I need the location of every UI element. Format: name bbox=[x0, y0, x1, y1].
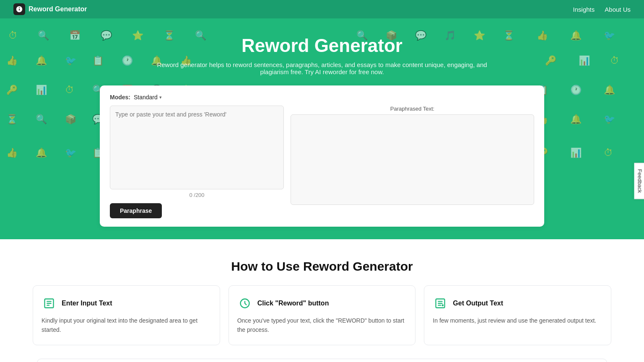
how-card-2: Get Output Text In few moments, just rev… bbox=[424, 285, 611, 345]
logo[interactable]: Reword Generator bbox=[13, 3, 87, 15]
click-button-icon bbox=[237, 296, 252, 311]
how-card-0-text: Kindly input your original text into the… bbox=[42, 316, 211, 335]
intro-card: Introduction to the Reword Generator The… bbox=[37, 359, 607, 362]
enter-text-icon bbox=[42, 296, 57, 311]
how-cards: Enter Input Text Kindly input your origi… bbox=[33, 285, 611, 345]
hero-content: Reword Generator Reword generator helps … bbox=[8, 35, 636, 227]
input-panel: 0 /200 Paraphrase bbox=[110, 106, 284, 218]
hero-section: ⏱ 🔍 📅 💬 ⭐ ⏳ 🔍 🔍 📦 💬 🎵 ⭐ ⏳ 👍 🔔 🐦 👍 🔔 🐦 📋 … bbox=[0, 18, 644, 239]
logo-icon bbox=[13, 3, 25, 15]
text-input[interactable] bbox=[110, 106, 284, 189]
mode-value: Standard bbox=[134, 94, 158, 101]
char-current: 0 bbox=[189, 192, 192, 198]
how-card-0: Enter Input Text Kindly input your origi… bbox=[33, 285, 220, 345]
output-text-icon bbox=[433, 296, 448, 311]
char-max: /200 bbox=[194, 192, 204, 198]
feedback-tab[interactable]: Feedback bbox=[634, 163, 644, 199]
how-card-0-title: Enter Input Text bbox=[62, 300, 112, 307]
nav-links: Insights About Us bbox=[573, 6, 631, 13]
how-title: How to Use Reword Generator bbox=[17, 259, 627, 274]
svg-point-6 bbox=[442, 304, 444, 306]
modes-row: Modes: Standard ▾ bbox=[110, 94, 534, 101]
tool-panels: 0 /200 Paraphrase Paraphrased Text: bbox=[110, 106, 534, 218]
how-card-1-text: Once you've typed your text, click the "… bbox=[237, 316, 407, 335]
modes-label: Modes: bbox=[110, 94, 130, 101]
how-card-1: Click "Reword" button Once you've typed … bbox=[229, 285, 416, 345]
how-to-use-section: How to Use Reword Generator Enter Input … bbox=[0, 239, 644, 359]
intro-section: Introduction to the Reword Generator The… bbox=[20, 359, 624, 362]
nav-insights[interactable]: Insights bbox=[573, 6, 595, 13]
mode-dropdown[interactable]: Standard ▾ bbox=[134, 94, 162, 101]
how-card-2-text: In few moments, just review and use the … bbox=[433, 316, 602, 325]
how-card-2-title: Get Output Text bbox=[453, 300, 503, 307]
paraphrase-button[interactable]: Paraphrase bbox=[110, 203, 162, 218]
hero-subtitle: Reword generator helps to reword sentenc… bbox=[154, 61, 490, 75]
tool-card: Modes: Standard ▾ 0 /200 Paraphrase Para… bbox=[100, 85, 544, 227]
how-card-1-title: Click "Reword" button bbox=[257, 300, 329, 307]
nav-about[interactable]: About Us bbox=[605, 6, 631, 13]
how-card-0-header: Enter Input Text bbox=[42, 296, 211, 311]
hero-title: Reword Generator bbox=[8, 35, 636, 56]
how-card-1-header: Click "Reword" button bbox=[237, 296, 407, 311]
output-box bbox=[291, 114, 534, 205]
how-card-2-header: Get Output Text bbox=[433, 296, 602, 311]
chevron-down-icon: ▾ bbox=[159, 95, 162, 100]
output-label: Paraphrased Text: bbox=[291, 106, 534, 112]
char-counter: 0 /200 bbox=[110, 192, 284, 198]
output-panel: Paraphrased Text: bbox=[291, 106, 534, 218]
logo-text: Reword Generator bbox=[29, 5, 87, 13]
navbar: Reword Generator Insights About Us bbox=[0, 0, 644, 18]
